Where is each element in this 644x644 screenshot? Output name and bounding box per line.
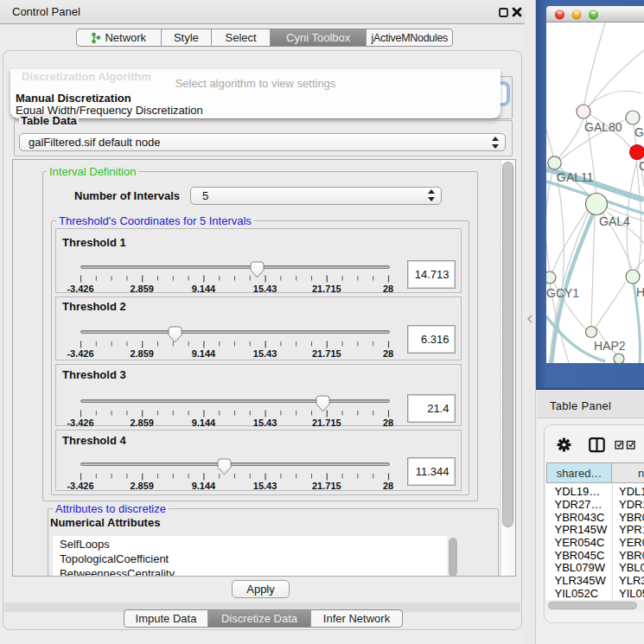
svg-text:HAP2: HAP2 xyxy=(594,339,626,353)
svg-text:GCY1: GCY1 xyxy=(546,286,579,300)
svg-text:GAL80: GAL80 xyxy=(584,120,622,134)
svg-text:GAL4: GAL4 xyxy=(599,214,630,228)
svg-text:H: H xyxy=(636,285,644,299)
svg-text:C: C xyxy=(639,159,644,173)
svg-text:GAL11: GAL11 xyxy=(557,170,594,184)
svg-text:G.: G. xyxy=(634,125,644,139)
